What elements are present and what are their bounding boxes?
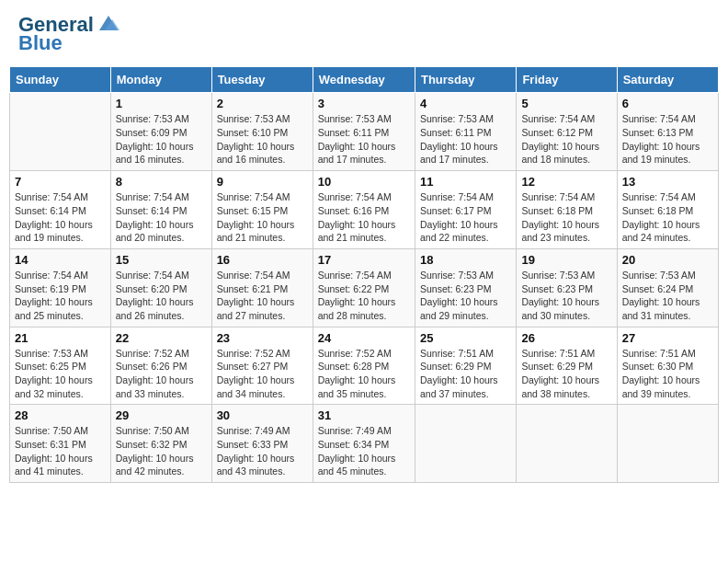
calendar-table: SundayMondayTuesdayWednesdayThursdayFrid… bbox=[9, 66, 719, 483]
weekday-header-row: SundayMondayTuesdayWednesdayThursdayFrid… bbox=[10, 67, 719, 93]
day-number: 25 bbox=[420, 331, 511, 345]
day-number: 29 bbox=[116, 408, 207, 422]
calendar-cell: 6Sunrise: 7:54 AMSunset: 6:13 PMDaylight… bbox=[617, 93, 718, 171]
calendar-cell: 21Sunrise: 7:53 AMSunset: 6:25 PMDayligh… bbox=[10, 327, 111, 405]
day-number: 30 bbox=[217, 408, 308, 422]
calendar-cell: 17Sunrise: 7:54 AMSunset: 6:22 PMDayligh… bbox=[313, 248, 415, 327]
day-info: Sunrise: 7:54 AMSunset: 6:14 PMDaylight:… bbox=[15, 190, 106, 245]
day-number: 15 bbox=[116, 253, 207, 267]
day-number: 14 bbox=[15, 253, 106, 267]
day-info: Sunrise: 7:51 AMSunset: 6:30 PMDaylight:… bbox=[622, 347, 713, 401]
day-info: Sunrise: 7:53 AMSunset: 6:25 PMDaylight:… bbox=[15, 347, 106, 401]
day-number: 7 bbox=[15, 175, 106, 189]
day-info: Sunrise: 7:53 AMSunset: 6:23 PMDaylight:… bbox=[521, 269, 611, 323]
day-number: 17 bbox=[318, 253, 410, 267]
day-info: Sunrise: 7:51 AMSunset: 6:29 PMDaylight:… bbox=[420, 347, 511, 401]
calendar-cell: 1Sunrise: 7:53 AMSunset: 6:09 PMDaylight… bbox=[110, 93, 211, 171]
day-info: Sunrise: 7:52 AMSunset: 6:27 PMDaylight:… bbox=[217, 347, 308, 401]
calendar-cell: 20Sunrise: 7:53 AMSunset: 6:24 PMDayligh… bbox=[617, 248, 718, 327]
calendar-cell: 31Sunrise: 7:49 AMSunset: 6:34 PMDayligh… bbox=[313, 405, 415, 483]
day-number: 4 bbox=[420, 97, 511, 110]
day-number: 6 bbox=[622, 97, 713, 110]
calendar-cell: 8Sunrise: 7:54 AMSunset: 6:14 PMDaylight… bbox=[110, 171, 211, 249]
day-number: 16 bbox=[217, 253, 308, 267]
calendar-week-4: 21Sunrise: 7:53 AMSunset: 6:25 PMDayligh… bbox=[10, 327, 719, 405]
day-number: 31 bbox=[318, 408, 410, 422]
calendar-cell: 3Sunrise: 7:53 AMSunset: 6:11 PMDaylight… bbox=[313, 93, 415, 171]
calendar-cell: 27Sunrise: 7:51 AMSunset: 6:30 PMDayligh… bbox=[617, 327, 718, 405]
day-info: Sunrise: 7:53 AMSunset: 6:23 PMDaylight:… bbox=[420, 269, 511, 323]
day-number: 13 bbox=[622, 175, 713, 189]
day-number: 11 bbox=[420, 175, 511, 189]
day-info: Sunrise: 7:53 AMSunset: 6:09 PMDaylight:… bbox=[116, 112, 207, 167]
day-number: 26 bbox=[521, 331, 611, 345]
day-info: Sunrise: 7:53 AMSunset: 6:10 PMDaylight:… bbox=[217, 112, 308, 167]
day-info: Sunrise: 7:52 AMSunset: 6:28 PMDaylight:… bbox=[318, 347, 410, 401]
calendar-cell: 30Sunrise: 7:49 AMSunset: 6:33 PMDayligh… bbox=[211, 405, 313, 483]
calendar-cell bbox=[517, 405, 617, 483]
calendar-week-2: 7Sunrise: 7:54 AMSunset: 6:14 PMDaylight… bbox=[10, 171, 719, 249]
calendar-cell: 5Sunrise: 7:54 AMSunset: 6:12 PMDaylight… bbox=[517, 93, 617, 171]
calendar-cell bbox=[10, 93, 111, 171]
header: General Blue bbox=[9, 9, 719, 59]
calendar-cell: 22Sunrise: 7:52 AMSunset: 6:26 PMDayligh… bbox=[110, 327, 211, 405]
day-info: Sunrise: 7:52 AMSunset: 6:26 PMDaylight:… bbox=[116, 347, 207, 401]
day-number: 5 bbox=[521, 97, 611, 110]
calendar-cell: 18Sunrise: 7:53 AMSunset: 6:23 PMDayligh… bbox=[415, 248, 516, 327]
day-info: Sunrise: 7:54 AMSunset: 6:18 PMDaylight:… bbox=[622, 190, 713, 245]
calendar-cell: 4Sunrise: 7:53 AMSunset: 6:11 PMDaylight… bbox=[415, 93, 516, 171]
calendar-cell: 12Sunrise: 7:54 AMSunset: 6:18 PMDayligh… bbox=[517, 171, 617, 249]
weekday-wednesday: Wednesday bbox=[313, 67, 415, 93]
day-number: 9 bbox=[217, 175, 308, 189]
calendar-cell: 23Sunrise: 7:52 AMSunset: 6:27 PMDayligh… bbox=[211, 327, 313, 405]
calendar-cell: 15Sunrise: 7:54 AMSunset: 6:20 PMDayligh… bbox=[110, 248, 211, 327]
calendar-cell: 9Sunrise: 7:54 AMSunset: 6:15 PMDaylight… bbox=[211, 171, 313, 249]
day-number: 2 bbox=[217, 97, 308, 110]
logo-icon bbox=[96, 10, 121, 36]
calendar-cell: 29Sunrise: 7:50 AMSunset: 6:32 PMDayligh… bbox=[110, 405, 211, 483]
day-info: Sunrise: 7:49 AMSunset: 6:34 PMDaylight:… bbox=[318, 424, 410, 478]
day-info: Sunrise: 7:54 AMSunset: 6:21 PMDaylight:… bbox=[217, 269, 308, 323]
calendar-week-5: 28Sunrise: 7:50 AMSunset: 6:31 PMDayligh… bbox=[10, 405, 719, 483]
day-info: Sunrise: 7:50 AMSunset: 6:31 PMDaylight:… bbox=[15, 424, 106, 478]
calendar-cell: 2Sunrise: 7:53 AMSunset: 6:10 PMDaylight… bbox=[211, 93, 313, 171]
day-number: 12 bbox=[521, 175, 611, 189]
day-number: 22 bbox=[116, 331, 207, 345]
day-info: Sunrise: 7:51 AMSunset: 6:29 PMDaylight:… bbox=[521, 347, 611, 401]
day-number: 20 bbox=[622, 253, 713, 267]
calendar-cell: 19Sunrise: 7:53 AMSunset: 6:23 PMDayligh… bbox=[517, 248, 617, 327]
calendar-cell: 10Sunrise: 7:54 AMSunset: 6:16 PMDayligh… bbox=[313, 171, 415, 249]
calendar-cell: 24Sunrise: 7:52 AMSunset: 6:28 PMDayligh… bbox=[313, 327, 415, 405]
day-number: 21 bbox=[15, 331, 106, 345]
day-info: Sunrise: 7:50 AMSunset: 6:32 PMDaylight:… bbox=[116, 424, 207, 478]
day-info: Sunrise: 7:54 AMSunset: 6:14 PMDaylight:… bbox=[116, 190, 207, 245]
day-info: Sunrise: 7:53 AMSunset: 6:24 PMDaylight:… bbox=[622, 269, 713, 323]
day-info: Sunrise: 7:49 AMSunset: 6:33 PMDaylight:… bbox=[217, 424, 308, 478]
day-info: Sunrise: 7:54 AMSunset: 6:17 PMDaylight:… bbox=[420, 190, 511, 245]
calendar-cell bbox=[617, 405, 718, 483]
day-number: 23 bbox=[217, 331, 308, 345]
calendar-week-1: 1Sunrise: 7:53 AMSunset: 6:09 PMDaylight… bbox=[10, 93, 719, 171]
calendar-body: 1Sunrise: 7:53 AMSunset: 6:09 PMDaylight… bbox=[10, 93, 719, 483]
weekday-sunday: Sunday bbox=[10, 67, 111, 93]
calendar-cell: 11Sunrise: 7:54 AMSunset: 6:17 PMDayligh… bbox=[415, 171, 516, 249]
calendar-cell: 13Sunrise: 7:54 AMSunset: 6:18 PMDayligh… bbox=[617, 171, 718, 249]
weekday-thursday: Thursday bbox=[415, 67, 516, 93]
weekday-tuesday: Tuesday bbox=[211, 67, 313, 93]
weekday-saturday: Saturday bbox=[617, 67, 718, 93]
day-number: 27 bbox=[622, 331, 713, 345]
calendar-cell: 26Sunrise: 7:51 AMSunset: 6:29 PMDayligh… bbox=[517, 327, 617, 405]
day-info: Sunrise: 7:53 AMSunset: 6:11 PMDaylight:… bbox=[318, 112, 410, 167]
day-info: Sunrise: 7:54 AMSunset: 6:19 PMDaylight:… bbox=[15, 269, 106, 323]
day-number: 19 bbox=[521, 253, 611, 267]
day-info: Sunrise: 7:54 AMSunset: 6:12 PMDaylight:… bbox=[521, 112, 611, 167]
weekday-monday: Monday bbox=[110, 67, 211, 93]
logo: General Blue bbox=[18, 14, 121, 54]
day-info: Sunrise: 7:54 AMSunset: 6:18 PMDaylight:… bbox=[521, 190, 611, 245]
day-number: 10 bbox=[318, 175, 410, 189]
calendar-cell: 16Sunrise: 7:54 AMSunset: 6:21 PMDayligh… bbox=[211, 248, 313, 327]
day-info: Sunrise: 7:53 AMSunset: 6:11 PMDaylight:… bbox=[420, 112, 511, 167]
calendar-week-3: 14Sunrise: 7:54 AMSunset: 6:19 PMDayligh… bbox=[10, 248, 719, 327]
day-number: 18 bbox=[420, 253, 511, 267]
calendar-cell: 14Sunrise: 7:54 AMSunset: 6:19 PMDayligh… bbox=[10, 248, 111, 327]
